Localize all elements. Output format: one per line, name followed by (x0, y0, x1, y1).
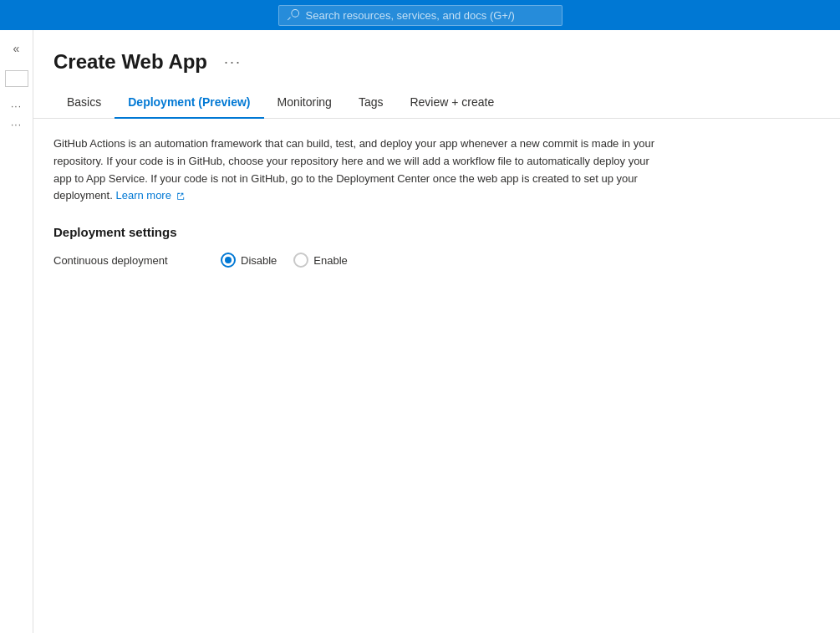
external-link-icon (176, 192, 185, 201)
enable-label: Enable (313, 254, 347, 267)
tabs-nav: Basics Deployment (Preview) Monitoring T… (33, 87, 840, 119)
enable-option[interactable]: Enable (293, 253, 347, 268)
deployment-tab-content: GitHub Actions is an automation framewor… (33, 119, 685, 288)
continuous-deployment-row: Continuous deployment Disable Enable (53, 253, 665, 268)
main-content-area: Create Web App ··· Basics Deployment (Pr… (33, 30, 840, 633)
tab-deployment[interactable]: Deployment (Preview) (115, 87, 263, 119)
deployment-settings-heading: Deployment settings (53, 225, 665, 239)
sidebar-nav-item-box (5, 70, 28, 87)
global-search[interactable] (278, 5, 563, 26)
disable-label: Disable (241, 254, 277, 267)
tab-review-create[interactable]: Review + create (396, 87, 507, 119)
sidebar-more-options-1[interactable]: ··· (11, 100, 22, 112)
search-icon (288, 9, 299, 21)
learn-more-link[interactable]: Learn more (115, 189, 184, 202)
continuous-deployment-radio-group: Disable Enable (221, 253, 348, 268)
tab-monitoring[interactable]: Monitoring (264, 87, 345, 119)
page-title: Create Web App (53, 50, 207, 74)
disable-radio-button[interactable] (221, 253, 236, 268)
enable-radio-button[interactable] (293, 253, 308, 268)
page-header: Create Web App ··· (33, 30, 840, 87)
page-more-options-button[interactable]: ··· (217, 51, 248, 73)
continuous-deployment-label: Continuous deployment (53, 254, 221, 267)
collapse-sidebar-button[interactable]: « (8, 37, 25, 60)
deployment-description: GitHub Actions is an automation framewor… (53, 135, 665, 205)
tab-basics[interactable]: Basics (53, 87, 115, 119)
left-sidebar: « ··· ··· (0, 30, 33, 633)
disable-option[interactable]: Disable (221, 253, 277, 268)
top-navigation-bar (0, 0, 840, 30)
main-layout: « ··· ··· Create Web App ··· Basics Depl… (0, 30, 840, 633)
tab-tags[interactable]: Tags (345, 87, 397, 119)
sidebar-more-options-2[interactable]: ··· (11, 119, 22, 130)
search-input[interactable] (306, 9, 553, 22)
